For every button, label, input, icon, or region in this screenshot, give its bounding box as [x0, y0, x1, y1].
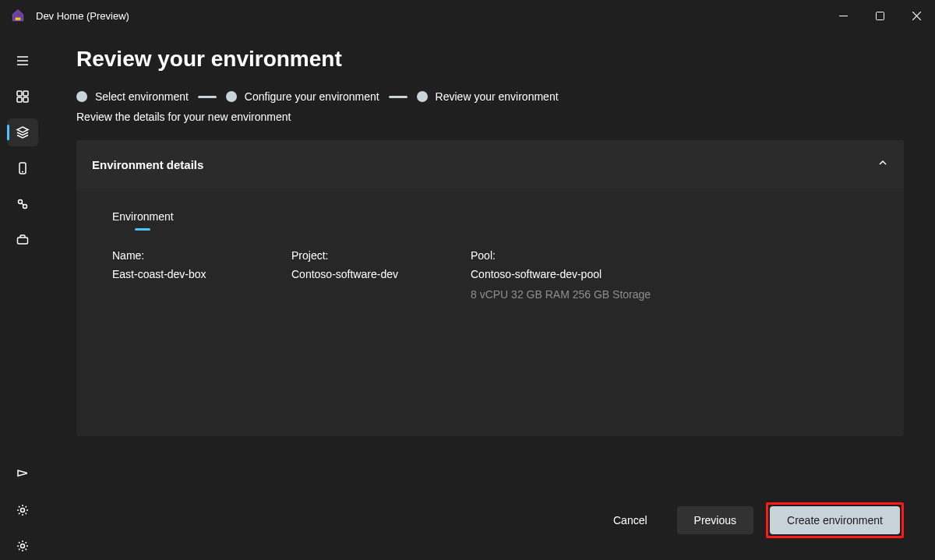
- step-review-environment[interactable]: Review your environment: [417, 90, 559, 103]
- card-body: Environment Name: East-coast-dev-box Pro…: [76, 188, 904, 316]
- svg-rect-0: [16, 18, 21, 20]
- svg-rect-8: [17, 91, 22, 96]
- detail-label: Pool:: [471, 249, 673, 262]
- minimize-button[interactable]: [825, 0, 862, 31]
- app-window: Dev Home (Preview): [0, 0, 935, 560]
- app-title: Dev Home (Preview): [36, 10, 129, 22]
- svg-rect-11: [23, 97, 28, 102]
- tab-environment[interactable]: Environment: [112, 210, 174, 227]
- step-label: Review your environment: [436, 90, 559, 103]
- cancel-button[interactable]: Cancel: [596, 506, 665, 534]
- maximize-button[interactable]: [862, 0, 898, 31]
- detail-project: Project: Contoso-software-dev: [291, 249, 424, 301]
- nav-preferences[interactable]: [7, 496, 38, 524]
- detail-spec: 8 vCPU 32 GB RAM 256 GB Storage: [471, 288, 673, 301]
- page-title: Review your environment: [76, 47, 904, 72]
- nav-machines[interactable]: [7, 154, 38, 182]
- step-label: Configure your environment: [245, 90, 379, 103]
- step-separator: [389, 96, 408, 98]
- app-body: Review your environment Select environme…: [0, 31, 935, 560]
- create-environment-button[interactable]: Create environment: [770, 506, 900, 534]
- detail-value: East-coast-dev-box: [112, 268, 245, 280]
- step-separator: [198, 96, 217, 98]
- stepper: Select environment Configure your enviro…: [76, 90, 904, 103]
- nav-settings[interactable]: [7, 532, 38, 560]
- step-dot-icon: [417, 91, 428, 102]
- details-list: Name: East-coast-dev-box Project: Contos…: [98, 249, 882, 301]
- card-header-title: Environment details: [92, 158, 203, 171]
- nav-utilities[interactable]: [7, 226, 38, 254]
- svg-line-16: [22, 203, 24, 206]
- hamburger-menu[interactable]: [7, 47, 38, 75]
- svg-point-18: [21, 509, 25, 512]
- nav-environments[interactable]: [7, 118, 38, 146]
- highlight-annotation: Create environment: [766, 502, 904, 538]
- svg-rect-9: [23, 91, 28, 96]
- main-content: Review your environment Select environme…: [45, 31, 935, 560]
- detail-value: Contoso-software-dev-pool: [471, 268, 673, 280]
- step-dot-icon: [76, 91, 87, 102]
- app-icon: [9, 7, 26, 24]
- nav-feedback[interactable]: [7, 460, 38, 488]
- step-label: Select environment: [95, 90, 189, 103]
- detail-name: Name: East-coast-dev-box: [112, 249, 245, 301]
- svg-rect-2: [877, 12, 884, 19]
- footer-actions: Cancel Previous Create environment: [76, 484, 904, 560]
- nav-dashboard[interactable]: [7, 83, 38, 111]
- detail-label: Name:: [112, 249, 245, 262]
- detail-value: Contoso-software-dev: [291, 268, 424, 280]
- window-controls: [825, 0, 935, 31]
- step-dot-icon: [226, 91, 237, 102]
- detail-label: Project:: [291, 249, 424, 262]
- svg-point-19: [21, 544, 25, 548]
- titlebar: Dev Home (Preview): [0, 0, 935, 31]
- svg-rect-17: [18, 238, 28, 244]
- nav-extensions[interactable]: [7, 190, 38, 218]
- previous-button[interactable]: Previous: [677, 506, 753, 534]
- sidebar: [0, 31, 45, 560]
- close-button[interactable]: [898, 0, 935, 31]
- svg-rect-10: [17, 97, 22, 102]
- step-select-environment[interactable]: Select environment: [76, 90, 189, 103]
- step-configure-environment[interactable]: Configure your environment: [226, 90, 379, 103]
- detail-pool: Pool: Contoso-software-dev-pool 8 vCPU 3…: [471, 249, 673, 301]
- card-header[interactable]: Environment details: [76, 140, 904, 188]
- chevron-up-icon: [877, 157, 888, 171]
- environment-details-card: Environment details Environment Name: Ea…: [76, 140, 904, 436]
- page-subtitle: Review the details for your new environm…: [76, 111, 904, 123]
